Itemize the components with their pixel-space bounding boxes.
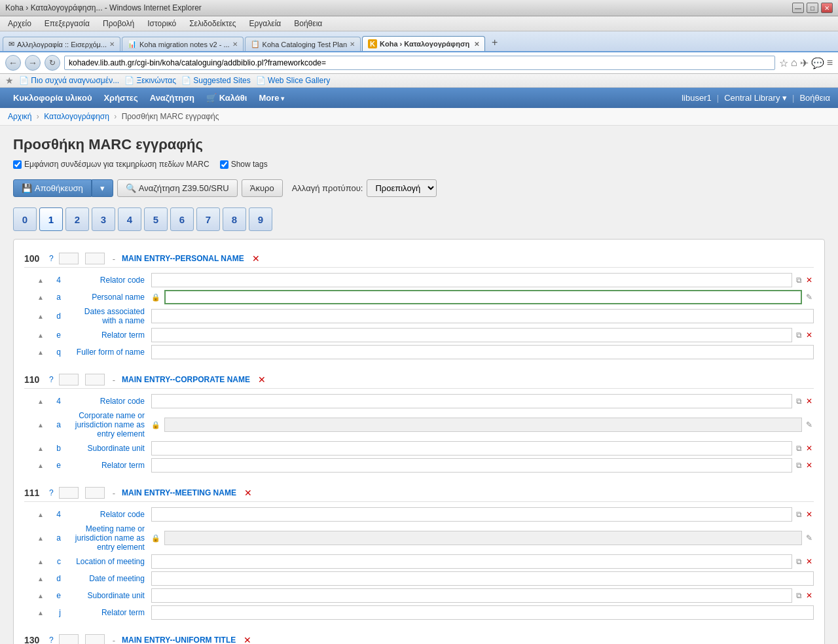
- collapse-100-q[interactable]: ▲: [37, 349, 44, 356]
- menu-help[interactable]: Βοήθεια: [291, 18, 325, 29]
- menu-view[interactable]: Προβολή: [100, 18, 137, 29]
- collapse-100-4[interactable]: ▲: [37, 277, 44, 284]
- collapse-111-j[interactable]: ▲: [37, 609, 44, 617]
- marc-tab-5[interactable]: 5: [144, 207, 168, 231]
- breadcrumb-cataloging[interactable]: Καταλογογράφηση: [44, 112, 109, 121]
- tab-migration[interactable]: 📊 Koha migration notes v2 - ... ✕: [122, 37, 244, 51]
- del-icon-111-e[interactable]: ✕: [805, 590, 814, 601]
- collapse-100-d[interactable]: ▲: [37, 313, 44, 320]
- option-show-tags-checkbox[interactable]: [220, 160, 228, 169]
- marc-tab-6[interactable]: 6: [170, 207, 194, 231]
- collapse-100-a[interactable]: ▲: [37, 294, 44, 301]
- del-icon-100-e[interactable]: ✕: [805, 329, 814, 341]
- save-dropdown-button[interactable]: ▾: [92, 179, 113, 197]
- collapse-100-e[interactable]: ▲: [37, 332, 44, 339]
- new-tab-button[interactable]: +: [486, 34, 503, 51]
- option-marc-docs-checkbox[interactable]: [13, 160, 22, 169]
- tab-close-koha[interactable]: ✕: [474, 41, 479, 48]
- marc-indicator2-110[interactable]: [85, 374, 105, 385]
- marc-tab-9[interactable]: 9: [249, 207, 272, 231]
- collapse-110-a[interactable]: ▲: [37, 421, 44, 429]
- tab-close-catalog-test[interactable]: ✕: [350, 41, 355, 48]
- nav-more[interactable]: More: [253, 90, 289, 105]
- nav-help-link[interactable]: Βοήθεια: [799, 93, 830, 103]
- marc-tab-8[interactable]: 8: [223, 207, 246, 231]
- subfield-input-100-4[interactable]: [151, 273, 792, 287]
- tab-email[interactable]: ✉ Αλληλογραφία :: Εισερχόμ... ✕: [3, 37, 120, 51]
- marc-help-110[interactable]: ?: [49, 375, 54, 384]
- marc-indicator2-130[interactable]: [85, 634, 105, 644]
- subfield-input-111-j[interactable]: [151, 605, 814, 620]
- collapse-110-e[interactable]: ▲: [37, 462, 44, 469]
- copy-icon-111-4[interactable]: ⧉: [795, 509, 803, 520]
- edit-icon-110-a[interactable]: ✎: [805, 419, 814, 431]
- tab-koha-active[interactable]: K Koha › Καταλογογράφηση ... ✕: [362, 36, 485, 51]
- subfield-input-111-4[interactable]: [151, 507, 792, 522]
- breadcrumb-home[interactable]: Αρχική: [8, 112, 31, 121]
- nav-user-link[interactable]: libuser1: [682, 93, 712, 103]
- bookmark-frequent[interactable]: 📄 Πιο συχνά αναγνωσμέν...: [19, 76, 119, 85]
- marc-indicator1-130[interactable]: [59, 634, 79, 644]
- nav-circulation[interactable]: Κυκλοφορία υλικού: [8, 90, 97, 105]
- marc-indicator1-110[interactable]: [59, 374, 79, 385]
- subfield-input-110-a[interactable]: [164, 418, 802, 432]
- del-icon-110-e[interactable]: ✕: [805, 459, 814, 471]
- copy-icon-111-c[interactable]: ⧉: [795, 556, 803, 567]
- menu-bookmarks[interactable]: Σελιδοδείκτες: [187, 18, 238, 29]
- marc-help-111[interactable]: ?: [49, 488, 54, 497]
- subfield-input-111-e[interactable]: [151, 588, 792, 603]
- del-icon-100-4[interactable]: ✕: [805, 274, 814, 286]
- close-button[interactable]: ✕: [821, 3, 833, 13]
- title-bar-controls[interactable]: — □ ✕: [792, 3, 833, 13]
- menu-history[interactable]: Ιστορικό: [145, 18, 179, 29]
- copy-icon-110-e[interactable]: ⧉: [795, 459, 803, 471]
- copy-icon-111-e[interactable]: ⧉: [795, 590, 803, 601]
- print-icon[interactable]: ✈: [800, 57, 809, 69]
- collapse-111-4[interactable]: ▲: [37, 511, 44, 518]
- marc-indicator1-100[interactable]: [59, 253, 79, 264]
- subfield-input-110-e[interactable]: [151, 458, 792, 473]
- menu-icon[interactable]: ≡: [827, 57, 833, 69]
- edit-icon-100-a[interactable]: ✎: [805, 291, 814, 303]
- home-icon[interactable]: ⌂: [791, 57, 797, 69]
- template-select[interactable]: Προεπιλογή: [367, 179, 437, 197]
- marc-tab-3[interactable]: 3: [92, 207, 115, 231]
- minimize-button[interactable]: —: [792, 3, 804, 13]
- subfield-input-110-4[interactable]: [151, 394, 792, 408]
- address-input[interactable]: [64, 56, 775, 70]
- nav-library-link[interactable]: Central Library ▾: [724, 93, 787, 103]
- marc-delete-130[interactable]: ✕: [244, 635, 251, 644]
- marc-tab-0[interactable]: 0: [13, 207, 37, 231]
- collapse-111-e[interactable]: ▲: [37, 592, 44, 599]
- back-button[interactable]: ←: [5, 55, 21, 71]
- marc-tab-1[interactable]: 1: [39, 207, 63, 231]
- marc-delete-100[interactable]: ✕: [252, 253, 260, 264]
- collapse-111-a[interactable]: ▲: [37, 535, 44, 542]
- option-show-tags[interactable]: Show tags: [220, 160, 268, 169]
- del-icon-111-c[interactable]: ✕: [805, 556, 814, 567]
- marc-tab-4[interactable]: 4: [118, 207, 141, 231]
- collapse-110-b[interactable]: ▲: [37, 445, 44, 452]
- del-icon-110-b[interactable]: ✕: [805, 442, 814, 454]
- save-button[interactable]: 💾 Αποθήκευση: [13, 179, 92, 197]
- nav-users[interactable]: Χρήστες: [98, 90, 143, 105]
- marc-indicator1-111[interactable]: [59, 487, 79, 499]
- chat-icon[interactable]: 💬: [811, 57, 824, 69]
- subfield-input-100-d[interactable]: [151, 309, 814, 323]
- nav-search[interactable]: Αναζήτηση: [145, 90, 200, 105]
- bookmark-suggested[interactable]: 📄 Suggested Sites: [181, 76, 251, 85]
- cancel-button[interactable]: Άκυρο: [242, 179, 283, 197]
- tab-close-email[interactable]: ✕: [109, 41, 115, 48]
- subfield-input-100-e[interactable]: [151, 328, 792, 342]
- collapse-111-c[interactable]: ▲: [37, 558, 44, 565]
- copy-icon-110-b[interactable]: ⧉: [795, 442, 803, 454]
- collapse-111-d[interactable]: ▲: [37, 575, 44, 582]
- copy-icon-100-4[interactable]: ⧉: [795, 274, 803, 286]
- search-z3950-button[interactable]: 🔍 Αναζήτηση Z39.50/SRU: [117, 179, 238, 197]
- nav-cart[interactable]: 🛒 Καλάθι: [201, 90, 252, 105]
- marc-delete-110[interactable]: ✕: [258, 374, 266, 385]
- forward-button[interactable]: →: [25, 55, 41, 71]
- marc-tab-7[interactable]: 7: [196, 207, 220, 231]
- marc-indicator2-100[interactable]: [85, 253, 105, 264]
- menu-file[interactable]: Αρχείο: [5, 18, 34, 29]
